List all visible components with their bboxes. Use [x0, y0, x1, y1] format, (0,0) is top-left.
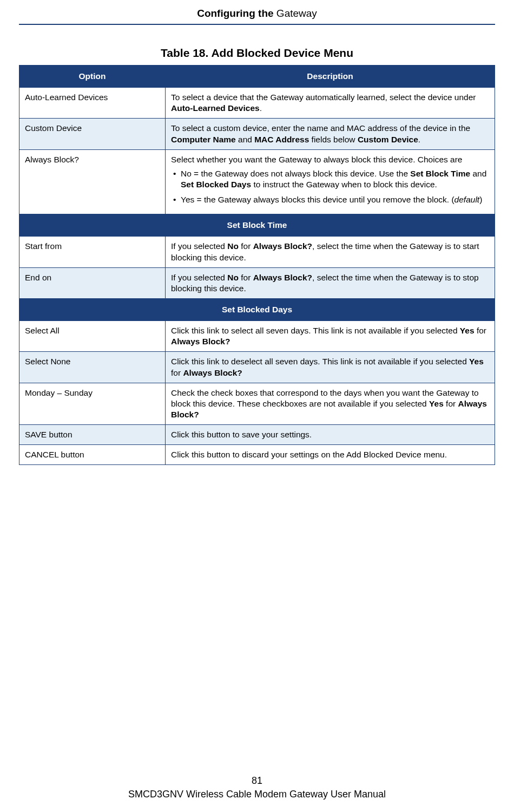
cell-description: Click this button to discard your settin… [166, 445, 495, 465]
cell-description: Check the check boxes that correspond to… [166, 383, 495, 424]
cell-option: CANCEL button [19, 445, 166, 465]
table-row: Start from If you selected No for Always… [19, 237, 495, 267]
table-subheader: Set Block Time [19, 214, 495, 237]
table-row: SAVE button Click this button to save yo… [19, 425, 495, 445]
header-strong: Configuring the [197, 8, 276, 19]
table-row: CANCEL button Click this button to disca… [19, 445, 495, 465]
subheader-blocked-days: Set Blocked Days [19, 298, 495, 320]
table-row: Select All Click this link to select all… [19, 321, 495, 352]
table-row: Custom Device To select a custom device,… [19, 119, 495, 149]
table-subheader: Set Blocked Days [19, 298, 495, 320]
cell-option: Select All [19, 321, 166, 352]
cell-option: Start from [19, 237, 166, 267]
table-row: Select None Click this link to deselect … [19, 352, 495, 383]
list-item: Yes = the Gateway always blocks this dev… [171, 194, 489, 205]
cell-option: Always Block? [19, 149, 166, 214]
table-row: Auto-Learned Devices To select a device … [19, 88, 495, 119]
page-number: 81 [0, 775, 514, 787]
cell-option: End on [19, 267, 166, 298]
table-caption: Table 18. Add Blocked Device Menu [19, 47, 495, 60]
cell-option: SAVE button [19, 425, 166, 445]
cell-description: To select a custom device, enter the nam… [166, 119, 495, 149]
table-row: Monday – Sunday Check the check boxes th… [19, 383, 495, 424]
subheader-block-time: Set Block Time [19, 214, 495, 237]
header-light: Gateway [276, 8, 317, 19]
col-description: Description [166, 66, 495, 88]
table-header-row: Option Description [19, 66, 495, 88]
manual-title: SMCD3GNV Wireless Cable Modem Gateway Us… [0, 789, 514, 800]
cell-description: Click this button to save your settings. [166, 425, 495, 445]
cell-description: Click this link to select all seven days… [166, 321, 495, 352]
page-footer: 81 SMCD3GNV Wireless Cable Modem Gateway… [0, 775, 514, 800]
cell-description: To select a device that the Gateway auto… [166, 88, 495, 119]
cell-option: Monday – Sunday [19, 383, 166, 424]
blocked-device-table: Option Description Auto-Learned Devices … [19, 65, 495, 465]
cell-description: Select whether you want the Gateway to a… [166, 149, 495, 214]
page-header: Configuring the Gateway [19, 0, 495, 25]
cell-description: If you selected No for Always Block?, se… [166, 237, 495, 267]
cell-option: Custom Device [19, 119, 166, 149]
col-option: Option [19, 66, 166, 88]
cell-description: If you selected No for Always Block?, se… [166, 267, 495, 298]
list-item: No = the Gateway does not always block t… [171, 168, 489, 190]
cell-option: Auto-Learned Devices [19, 88, 166, 119]
table-row: End on If you selected No for Always Blo… [19, 267, 495, 298]
cell-option: Select None [19, 352, 166, 383]
table-row: Always Block? Select whether you want th… [19, 149, 495, 214]
cell-description: Click this link to deselect all seven da… [166, 352, 495, 383]
